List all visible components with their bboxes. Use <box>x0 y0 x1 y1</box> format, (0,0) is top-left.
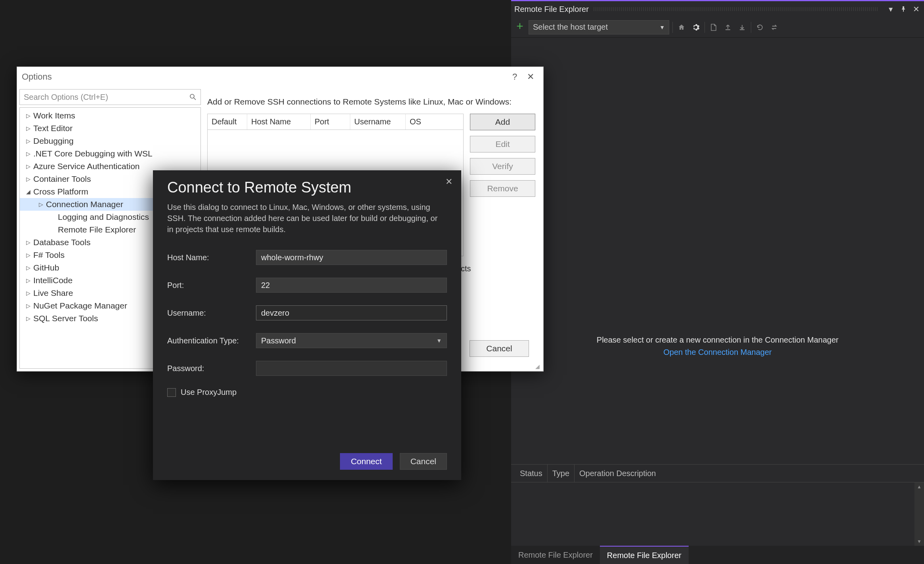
hostname-input[interactable]: whole-worm-rhwy <box>256 250 447 265</box>
refresh-icon[interactable] <box>754 22 766 33</box>
tree-item-label: Container Tools <box>33 174 91 184</box>
chevron-collapsed-icon: ▷ <box>26 252 33 258</box>
add-button[interactable]: Add <box>470 114 535 130</box>
status-col-type[interactable]: Type <box>548 465 575 482</box>
chevron-collapsed-icon: ▷ <box>26 125 33 131</box>
host-target-select[interactable]: Select the host target ▼ <box>529 20 669 34</box>
tree-item-label: GitHub <box>33 263 59 272</box>
row-port: Port: 22 <box>167 276 447 294</box>
options-description: Add or Remove SSH connections to Remote … <box>207 97 535 107</box>
chevron-expanded-icon: ◢ <box>26 189 33 195</box>
tree-item-label: Live Share <box>33 288 73 298</box>
chevron-collapsed-icon: ▷ <box>26 303 33 309</box>
label-authtype: Authentication Type: <box>167 336 256 345</box>
help-icon[interactable]: ? <box>507 69 523 85</box>
download-icon[interactable] <box>737 22 748 33</box>
add-connection-icon[interactable]: + <box>514 22 525 33</box>
chevron-collapsed-icon: ▷ <box>39 201 46 208</box>
scrollbar[interactable]: ▲ ▼ <box>914 482 924 546</box>
row-password: Password: <box>167 359 447 377</box>
tree-item-text-editor[interactable]: ▷Text Editor <box>20 122 200 135</box>
connect-description: Use this dialog to connect to Linux, Mac… <box>167 202 445 235</box>
host-target-placeholder: Select the host target <box>533 23 608 32</box>
col-hostname[interactable]: Host Name <box>247 114 311 130</box>
tab-remote-file-explorer-inactive[interactable]: Remote File Explorer <box>511 546 600 564</box>
tree-item-label: F# Tools <box>33 250 65 260</box>
close-icon[interactable]: ✕ <box>443 176 455 188</box>
connect-button[interactable]: Connect <box>340 453 392 470</box>
tree-item-debugging[interactable]: ▷Debugging <box>20 135 200 147</box>
verify-button[interactable]: Verify <box>470 158 535 175</box>
options-search-input[interactable]: Search Options (Ctrl+E) <box>19 89 201 105</box>
new-file-icon[interactable] <box>708 22 719 33</box>
chevron-collapsed-icon: ▷ <box>26 277 33 284</box>
options-title: Options <box>22 72 52 82</box>
status-col-status[interactable]: Status <box>515 465 548 482</box>
password-input[interactable] <box>256 361 447 376</box>
chevron-down-icon: ▼ <box>436 337 442 344</box>
rfe-title: Remote File Explorer <box>514 5 589 14</box>
tree-item-label: Remote File Explorer <box>58 225 136 234</box>
tree-item-label: SQL Server Tools <box>33 314 98 323</box>
rfe-titlebar: Remote File Explorer ▾ ✕ <box>511 1 924 17</box>
label-username: Username: <box>167 309 256 318</box>
col-default[interactable]: Default <box>208 114 247 130</box>
titlebar-grip[interactable] <box>594 7 878 11</box>
label-port: Port: <box>167 281 256 290</box>
row-hostname: Host Name: whole-worm-rhwy <box>167 248 447 267</box>
options-titlebar: Options ? ✕ <box>17 67 543 87</box>
chevron-collapsed-icon: ▷ <box>26 176 33 182</box>
tree-item-label: Database Tools <box>33 238 90 247</box>
row-authtype: Authentication Type: Password ▼ <box>167 332 447 350</box>
tab-remote-file-explorer-active[interactable]: Remote File Explorer <box>600 546 689 564</box>
proxyjump-checkbox[interactable] <box>167 388 176 397</box>
rfe-bottom-tabs: Remote File Explorer Remote File Explore… <box>511 546 924 564</box>
label-hostname: Host Name: <box>167 253 256 262</box>
sync-icon[interactable] <box>769 22 780 33</box>
tree-item-label: Azure Service Authentication <box>33 162 140 171</box>
label-password: Password: <box>167 364 256 373</box>
tree-item-label: Debugging <box>33 136 74 146</box>
close-icon[interactable]: ✕ <box>911 4 921 14</box>
chevron-collapsed-icon: ▷ <box>26 163 33 170</box>
remove-button[interactable]: Remove <box>470 180 535 197</box>
connect-footer: Connect Cancel <box>167 453 447 470</box>
col-os[interactable]: OS <box>406 114 463 130</box>
col-port[interactable]: Port <box>311 114 350 130</box>
tree-item-label: Text Editor <box>33 124 73 133</box>
tree-item--net-core-debugging-with-wsl[interactable]: ▷.NET Core Debugging with WSL <box>20 147 200 160</box>
close-icon[interactable]: ✕ <box>523 69 538 85</box>
col-username[interactable]: Username <box>350 114 406 130</box>
connections-table-header: Default Host Name Port Username OS <box>208 114 463 130</box>
toolbar-separator <box>751 22 751 33</box>
chevron-collapsed-icon: ▷ <box>26 112 33 119</box>
scroll-down-icon[interactable]: ▼ <box>914 537 924 546</box>
pin-icon[interactable] <box>899 4 908 14</box>
authtype-select[interactable]: Password ▼ <box>256 333 447 348</box>
gear-icon[interactable] <box>690 22 701 33</box>
home-icon[interactable] <box>676 22 687 33</box>
chevron-down-icon: ▼ <box>659 24 665 30</box>
rfe-status-header: Status Type Operation Description <box>511 464 924 482</box>
row-username: Username: devzero <box>167 304 447 322</box>
window-menu-icon[interactable]: ▾ <box>886 4 895 14</box>
upload-icon[interactable] <box>722 22 733 33</box>
status-col-opdesc[interactable]: Operation Description <box>575 465 661 482</box>
connections-buttons: Add Edit Verify Remove <box>470 114 535 256</box>
cancel-button[interactable]: Cancel <box>400 453 447 470</box>
row-proxyjump: Use ProxyJump <box>167 388 447 397</box>
tree-item-label: Work Items <box>33 111 75 120</box>
resize-grip-icon[interactable]: ◢ <box>535 363 542 370</box>
port-input[interactable]: 22 <box>256 278 447 293</box>
username-input[interactable]: devzero <box>256 305 447 320</box>
cancel-button[interactable]: Cancel <box>470 340 529 357</box>
chevron-collapsed-icon: ▷ <box>26 315 33 322</box>
chevron-collapsed-icon: ▷ <box>26 151 33 157</box>
tree-item-work-items[interactable]: ▷Work Items <box>20 109 200 122</box>
chevron-collapsed-icon: ▷ <box>26 138 33 144</box>
rfe-toolbar: + Select the host target ▼ <box>511 17 924 38</box>
open-connection-manager-link[interactable]: Open the Connection Manager <box>663 348 772 357</box>
scroll-up-icon[interactable]: ▲ <box>914 482 924 491</box>
connect-remote-dialog: ✕ Connect to Remote System Use this dial… <box>153 170 461 480</box>
edit-button[interactable]: Edit <box>470 136 535 152</box>
